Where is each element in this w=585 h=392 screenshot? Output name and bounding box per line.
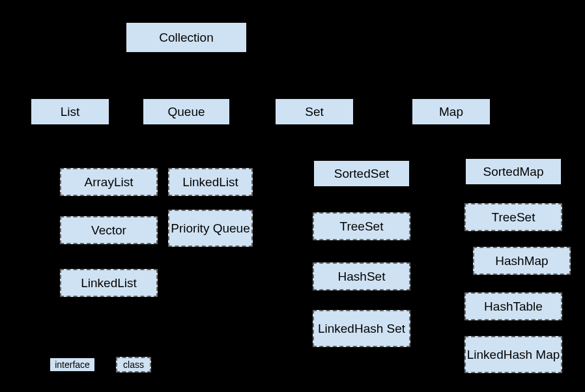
label: interface xyxy=(55,359,90,370)
node-linkedlist-queue: LinkedList xyxy=(168,168,253,196)
label: class xyxy=(123,359,144,370)
node-linkedhashmap: LinkedHash Map xyxy=(464,336,562,373)
node-collection: Collection xyxy=(125,21,248,53)
node-treeset-set: TreeSet xyxy=(313,212,410,240)
node-sortedmap: SortedMap xyxy=(464,158,562,186)
label: ArrayList xyxy=(85,175,134,189)
label: TreeSet xyxy=(340,219,384,234)
label: Priority Queue xyxy=(171,221,250,236)
node-queue: Queue xyxy=(142,98,231,126)
label: Vector xyxy=(91,223,126,238)
label: Map xyxy=(439,105,463,119)
node-arraylist: ArrayList xyxy=(60,168,158,196)
label: HashTable xyxy=(484,300,543,314)
label: LinkedHash Set xyxy=(318,322,405,336)
label: HashMap xyxy=(495,254,548,268)
label: LinkedHash Map xyxy=(467,348,560,362)
node-set: Set xyxy=(274,98,354,126)
node-linkedlist-list: LinkedList xyxy=(60,269,158,297)
legend-class: class xyxy=(116,357,151,372)
label: LinkedList xyxy=(182,175,238,189)
legend-interface: interface xyxy=(49,357,96,372)
connector-lines xyxy=(0,0,585,392)
label: Collection xyxy=(159,31,213,45)
node-vector: Vector xyxy=(60,216,158,244)
label: TreeSet xyxy=(492,210,535,225)
node-list: List xyxy=(30,98,110,126)
label: List xyxy=(61,105,80,119)
node-hashset: HashSet xyxy=(313,262,410,290)
node-priorityqueue: Priority Queue xyxy=(168,210,253,247)
node-hashtable: HashTable xyxy=(464,292,562,320)
node-sortedset: SortedSet xyxy=(313,160,410,188)
label: Set xyxy=(305,105,324,119)
node-hashmap: HashMap xyxy=(473,247,571,275)
label: LinkedList xyxy=(81,276,137,290)
label: HashSet xyxy=(338,270,386,284)
node-treeset-map: TreeSet xyxy=(464,203,562,231)
node-linkedhashset: LinkedHash Set xyxy=(313,310,410,347)
label: SortedSet xyxy=(334,167,390,181)
label: SortedMap xyxy=(483,165,544,179)
label: Queue xyxy=(167,105,205,119)
node-map: Map xyxy=(411,98,491,126)
